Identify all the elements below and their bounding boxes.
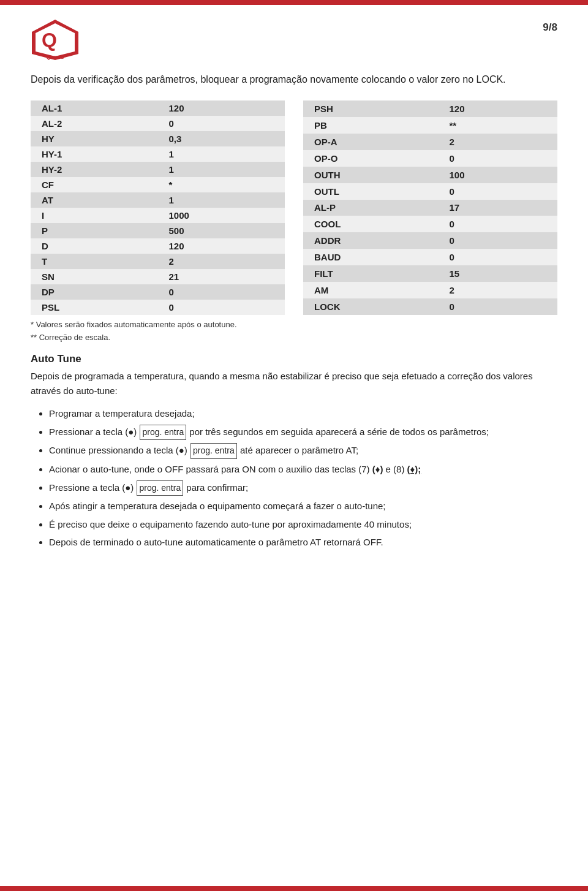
table-row: PB** [303,117,557,134]
param-value: 0 [438,150,557,167]
param-label: HY-2 [31,162,158,177]
param-value: 120 [158,238,285,254]
param-value: * [158,177,285,192]
param-label: AM [303,282,438,298]
param-label: LOCK [303,298,438,315]
table-row: AL-P17 [303,200,557,216]
param-label: FILT [303,265,438,282]
list-item: Após atingir a temperatura desejada o eq… [49,498,557,514]
intro-paragraph: Depois da verificação dos parâmetros, bl… [31,72,557,87]
param-value: 0 [158,116,285,131]
param-label: PSH [303,100,438,117]
param-label: PSL [31,300,158,315]
param-value: 120 [158,100,285,116]
param-label: BAUD [303,249,438,265]
table-row: DP0 [31,284,285,300]
param-label: P [31,223,158,238]
table-row: OUTH100 [303,167,557,183]
table-row: AL-1120 [31,100,285,116]
table-row: PSL0 [31,300,285,315]
param-label: CF [31,177,158,192]
page-number: 9/8 [543,18,557,34]
table-row: COOL0 [303,216,557,232]
param-label: AT [31,192,158,208]
bottom-red-bar [0,886,588,891]
logo-area: Q QUIMIS [31,18,80,61]
param-value: 21 [158,269,285,284]
param-value: 500 [158,223,285,238]
param-value: ** [438,117,557,134]
param-value: 0 [438,249,557,265]
table-row: OUTL0 [303,183,557,200]
param-label: OP-O [303,150,438,167]
param-value: 2 [438,134,557,150]
param-label: ADDR [303,232,438,249]
param-label: SN [31,269,158,284]
list-item: Acionar o auto-tune, onde o OFF passará … [49,461,557,477]
footnote-1: * Valores serão fixados automaticamente … [31,320,557,329]
footnote-2: ** Correção de escala. [31,333,557,342]
table-row: AL-20 [31,116,285,131]
right-params-table: PSH120PB**OP-A2OP-O0OUTH100OUTL0AL-P17CO… [303,100,557,315]
param-label: OUTH [303,167,438,183]
param-label: HY [31,131,158,146]
param-label: COOL [303,216,438,232]
svg-text:Q: Q [42,29,57,51]
table-row: ADDR0 [303,232,557,249]
param-value: 100 [438,167,557,183]
page-header: Q QUIMIS 9/8 [31,18,557,61]
param-value: 0,3 [158,131,285,146]
svg-text:QUIMIS: QUIMIS [47,55,64,60]
table-row: AT1 [31,192,285,208]
auto-tune-section: Auto Tune Depois de programada a tempera… [31,353,557,550]
table-row: CF* [31,177,285,192]
param-label: OUTL [303,183,438,200]
list-item: Depois de terminado o auto-tune automati… [49,534,557,550]
param-value: 0 [158,300,285,315]
param-value: 120 [438,100,557,117]
param-value: 0 [438,216,557,232]
table-row: SN21 [31,269,285,284]
param-label: D [31,238,158,254]
table-row: BAUD0 [303,249,557,265]
param-value: 1 [158,162,285,177]
auto-tune-title: Auto Tune [31,353,557,365]
list-item: Programar a temperatura desejada; [49,406,557,422]
prog-entra-box: prog. entra [190,443,237,459]
auto-tune-description: Depois de programada a temperatura, quan… [31,369,557,398]
table-row: HY-21 [31,162,285,177]
table-row: D120 [31,238,285,254]
table-row: FILT15 [303,265,557,282]
param-label: AL-2 [31,116,158,131]
param-value: 1000 [158,208,285,223]
table-row: AM2 [303,282,557,298]
table-row: OP-A2 [303,134,557,150]
table-row: PSH120 [303,100,557,117]
param-label: AL-P [303,200,438,216]
table-row: HY-11 [31,146,285,162]
list-item: Pressione a tecla (●) prog. entra para c… [49,480,557,496]
param-label: I [31,208,158,223]
list-item: Continue pressionando a tecla (●) prog. … [49,442,557,459]
param-label: T [31,254,158,269]
parameters-tables: AL-1120AL-20HY0,3HY-11HY-21CF*AT1I1000P5… [31,100,557,315]
footnotes: * Valores serão fixados automaticamente … [31,320,557,342]
top-red-bar [0,0,588,5]
param-value: 0 [438,298,557,315]
param-value: 0 [438,183,557,200]
table-row: P500 [31,223,285,238]
param-label: AL-1 [31,100,158,116]
param-value: 17 [438,200,557,216]
param-value: 0 [438,232,557,249]
param-value: 0 [158,284,285,300]
prog-entra-box: prog. entra [137,480,183,496]
table-row: I1000 [31,208,285,223]
table-row: HY0,3 [31,131,285,146]
table-row: T2 [31,254,285,269]
list-item: Pressionar a tecla (●) prog. entra por t… [49,424,557,441]
param-label: HY-1 [31,146,158,162]
prog-entra-box: prog. entra [140,425,186,441]
param-label: DP [31,284,158,300]
param-label: OP-A [303,134,438,150]
table-row: LOCK0 [303,298,557,315]
